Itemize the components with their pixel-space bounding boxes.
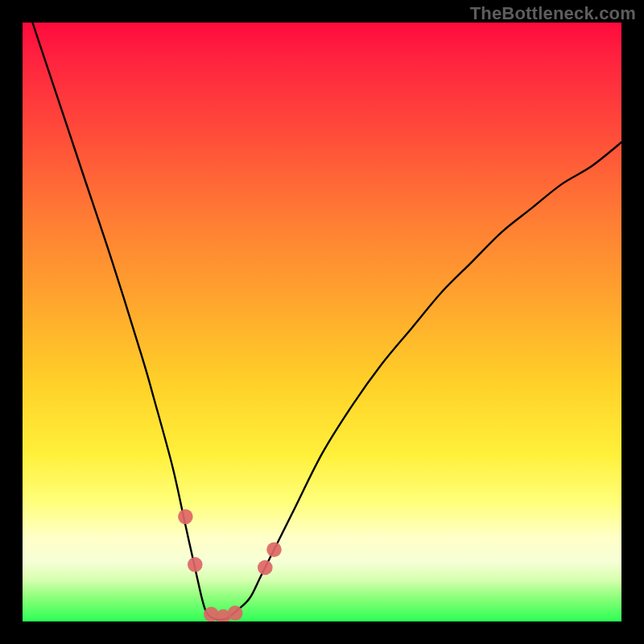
marker-valley-right bbox=[228, 605, 243, 621]
marker-left-blob-lower bbox=[188, 557, 203, 572]
curve-layer bbox=[23, 23, 621, 621]
bottleneck-curve bbox=[23, 23, 621, 620]
plot-area bbox=[23, 23, 621, 621]
chart-stage: TheBottleneck.com bbox=[0, 0, 644, 644]
marker-left-blob-upper bbox=[178, 510, 193, 525]
marker-right-blob-upper bbox=[266, 542, 282, 557]
marker-layer bbox=[178, 510, 282, 622]
marker-right-blob-lower bbox=[258, 560, 273, 576]
watermark-text: TheBottleneck.com bbox=[470, 3, 636, 24]
